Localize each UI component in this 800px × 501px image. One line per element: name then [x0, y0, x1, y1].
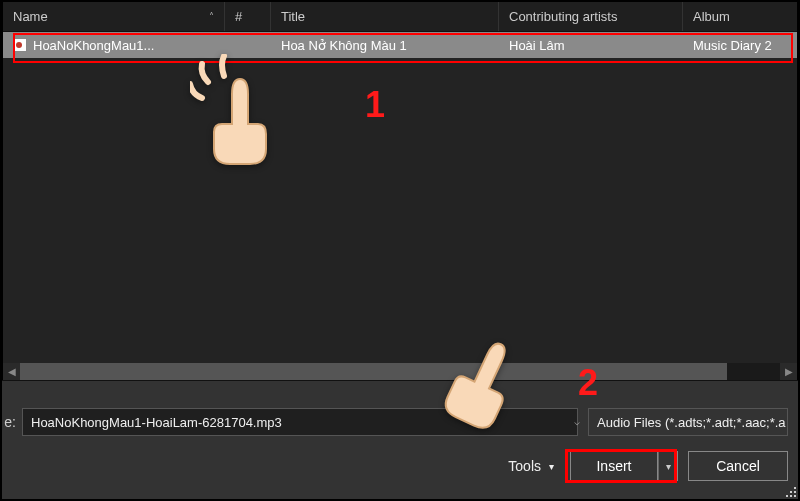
sort-ascending-icon: ˄ — [209, 11, 214, 22]
scroll-right-icon[interactable]: ▶ — [780, 363, 797, 380]
dialog-bottom-bar: e: Audio Files (*.adts;*.adt;*.aac;*.a ⌵… — [2, 380, 798, 499]
filter-text: Audio Files (*.adts;*.adt;*.aac;*.a — [597, 415, 786, 430]
scroll-left-icon[interactable]: ◀ — [3, 363, 20, 380]
audio-file-icon — [13, 38, 27, 52]
filename-row: e: Audio Files (*.adts;*.adt;*.aac;*.a ⌵ — [2, 407, 788, 437]
column-headers: Name ˄ # Title Contributing artists Albu… — [3, 2, 797, 32]
file-row-selected[interactable]: HoaNoKhongMau1... Hoa Nở Không Màu 1 Hoà… — [3, 32, 797, 58]
column-label: Name — [13, 9, 48, 24]
cancel-button[interactable]: Cancel — [688, 451, 788, 481]
column-header-album[interactable]: Album — [683, 2, 797, 31]
file-artist: Hoài Lâm — [499, 32, 683, 58]
column-header-title[interactable]: Title — [271, 2, 499, 31]
horizontal-scrollbar[interactable]: ◀ ▶ — [3, 363, 797, 380]
action-row: Tools ▾ Insert ▾ Cancel — [508, 451, 788, 481]
file-rows-area[interactable]: HoaNoKhongMau1... Hoa Nở Không Màu 1 Hoà… — [3, 32, 797, 380]
caret-down-icon: ▾ — [549, 461, 554, 472]
filename-input[interactable] — [22, 408, 578, 436]
column-header-artist[interactable]: Contributing artists — [499, 2, 683, 31]
insert-split-button: Insert ▾ — [570, 451, 678, 481]
scroll-thumb[interactable] — [20, 363, 727, 380]
insert-button[interactable]: Insert — [570, 451, 658, 481]
tools-dropdown[interactable]: Tools ▾ — [508, 458, 560, 474]
file-type-filter[interactable]: Audio Files (*.adts;*.adt;*.aac;*.a ⌵ — [588, 408, 788, 436]
file-album: Music Diary 2 — [683, 32, 797, 58]
file-name: HoaNoKhongMau1... — [33, 38, 154, 53]
column-header-number[interactable]: # — [225, 2, 271, 31]
file-title: Hoa Nở Không Màu 1 — [271, 32, 499, 58]
scroll-track[interactable] — [20, 363, 780, 380]
filename-label-fragment: e: — [2, 414, 22, 430]
insert-dropdown-button[interactable]: ▾ — [658, 451, 678, 481]
column-header-name[interactable]: Name ˄ — [3, 2, 225, 31]
tools-label: Tools — [508, 458, 541, 474]
file-track-number — [225, 32, 271, 58]
file-list: Name ˄ # Title Contributing artists Albu… — [2, 2, 798, 380]
